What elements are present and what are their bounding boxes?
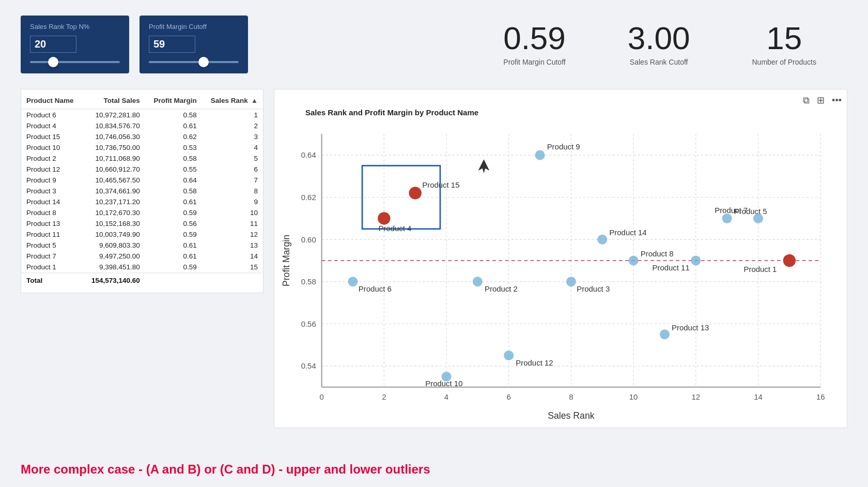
- scatter-point[interactable]: [629, 255, 639, 265]
- table-row: Product 2 10,711,068.90 0.58 5: [21, 153, 263, 164]
- profit-margin-label: Profit Margin Cutoff: [149, 23, 239, 31]
- profit-margin-input[interactable]: [149, 36, 195, 53]
- table-row: Product 15 10,746,056.30 0.62 3: [21, 131, 263, 142]
- svg-text:16: 16: [816, 392, 825, 401]
- scatter-label: Product 10: [425, 379, 462, 388]
- cell-sales: 10,746,056.30: [83, 131, 145, 142]
- col-total-sales: Total Sales: [83, 95, 145, 109]
- cell-margin: 0.61: [145, 196, 202, 207]
- scatter-point[interactable]: [691, 255, 701, 265]
- profit-margin-control: Profit Margin Cutoff: [140, 16, 248, 73]
- cell-name: Product 15: [21, 131, 83, 142]
- total-sales-value: 154,573,140.60: [83, 273, 145, 287]
- cell-margin: 0.61: [145, 240, 202, 251]
- cell-margin: 0.64: [145, 175, 202, 186]
- cell-name: Product 8: [21, 207, 83, 218]
- cell-name: Product 13: [21, 218, 83, 229]
- cell-sales: 9,398,451.80: [83, 262, 145, 273]
- profit-margin-thumb[interactable]: [198, 57, 209, 67]
- sales-rank-thumb[interactable]: [48, 57, 58, 67]
- cell-margin: 0.62: [145, 131, 202, 142]
- cell-name: Product 2: [21, 153, 83, 164]
- cell-sales: 10,003,749.90: [83, 229, 145, 240]
- table-row: Product 6 10,972,281.80 0.58 1: [21, 109, 263, 120]
- cell-name: Product 10: [21, 142, 83, 153]
- svg-text:8: 8: [569, 392, 573, 401]
- cell-name: Product 5: [21, 240, 83, 251]
- scatter-point[interactable]: [409, 187, 421, 199]
- bottom-text: More complex case - (A and B) or (C and …: [21, 462, 847, 477]
- scatter-point[interactable]: [597, 235, 607, 245]
- cell-name: Product 11: [21, 229, 83, 240]
- cell-name: Product 9: [21, 175, 83, 186]
- cell-rank: 4: [202, 142, 263, 153]
- svg-text:0.62: 0.62: [301, 193, 316, 202]
- cell-rank: 3: [202, 131, 263, 142]
- scatter-point[interactable]: [504, 351, 514, 360]
- svg-text:10: 10: [629, 392, 638, 401]
- cell-rank: 6: [202, 164, 263, 175]
- scatter-point[interactable]: [473, 277, 483, 286]
- cell-rank: 2: [202, 120, 263, 131]
- col-product-name: Product Name: [21, 95, 83, 109]
- scatter-label: Product 4: [378, 224, 411, 233]
- cell-name: Product 12: [21, 164, 83, 175]
- cell-margin: 0.58: [145, 186, 202, 196]
- table-row: Product 10 10,736,750.00 0.53 4: [21, 142, 263, 153]
- cell-margin: 0.53: [145, 142, 202, 153]
- cell-margin: 0.59: [145, 229, 202, 240]
- sales-rank-input[interactable]: [30, 36, 76, 53]
- cell-sales: 9,609,803.30: [83, 240, 145, 251]
- kpi-sales-rank-value: 3.00: [628, 21, 690, 56]
- cell-rank: 8: [202, 186, 263, 196]
- svg-text:Sales Rank: Sales Rank: [548, 410, 594, 421]
- cell-margin: 0.56: [145, 218, 202, 229]
- scatter-label: Product 13: [672, 323, 709, 332]
- filter-icon[interactable]: ⧉: [803, 95, 810, 106]
- cell-rank: 13: [202, 240, 263, 251]
- total-label: Total: [21, 273, 83, 287]
- profit-margin-track: [149, 61, 239, 63]
- cell-name: Product 6: [21, 109, 83, 120]
- scatter-point[interactable]: [660, 329, 670, 339]
- chart-section: ⧉ ⊞ ••• Sales Rank and Profit Margin by …: [274, 89, 847, 428]
- kpi-num-products-value: 15: [752, 21, 817, 56]
- table-row: Product 3 10,374,661.90 0.58 8: [21, 186, 263, 196]
- cell-rank: 1: [202, 109, 263, 120]
- scatter-point[interactable]: [753, 214, 763, 223]
- cell-sales: 10,834,576.70: [83, 120, 145, 131]
- scatter-label: Product 7: [715, 206, 748, 215]
- export-icon[interactable]: ⊞: [817, 95, 825, 106]
- cursor-icon: [478, 159, 490, 173]
- scatter-point[interactable]: [722, 214, 732, 223]
- kpi-sales-rank: 3.00 Sales Rank Cutoff: [597, 16, 721, 71]
- cell-margin: 0.55: [145, 164, 202, 175]
- scatter-label: Product 15: [422, 180, 459, 189]
- cell-margin: 0.61: [145, 251, 202, 262]
- cell-name: Product 4: [21, 120, 83, 131]
- scatter-point[interactable]: [348, 277, 358, 286]
- more-icon[interactable]: •••: [832, 95, 842, 106]
- cell-rank: 15: [202, 262, 263, 273]
- scatter-chart: 02468101214160.540.560.580.600.620.64Sal…: [280, 120, 842, 422]
- svg-text:4: 4: [444, 392, 448, 401]
- table-row: Product 13 10,152,168.30 0.56 11: [21, 218, 263, 229]
- scatter-point[interactable]: [378, 212, 390, 224]
- cell-rank: 5: [202, 153, 263, 164]
- cell-sales: 10,465,567.50: [83, 175, 145, 186]
- scatter-label: Product 12: [516, 358, 553, 367]
- cell-sales: 10,172,670.30: [83, 207, 145, 218]
- col-sales-rank: Sales Rank ▲: [202, 95, 263, 109]
- cell-sales: 9,497,250.00: [83, 251, 145, 262]
- cell-name: Product 7: [21, 251, 83, 262]
- svg-text:0.58: 0.58: [301, 277, 316, 286]
- cell-margin: 0.58: [145, 109, 202, 120]
- svg-text:0.60: 0.60: [301, 235, 316, 244]
- scatter-point[interactable]: [783, 254, 796, 267]
- cell-name: Product 1: [21, 262, 83, 273]
- scatter-point[interactable]: [566, 277, 576, 286]
- scatter-label: Product 3: [577, 284, 610, 293]
- cell-name: Product 3: [21, 186, 83, 196]
- sort-icon: ▲: [251, 97, 258, 104]
- scatter-point[interactable]: [535, 150, 545, 160]
